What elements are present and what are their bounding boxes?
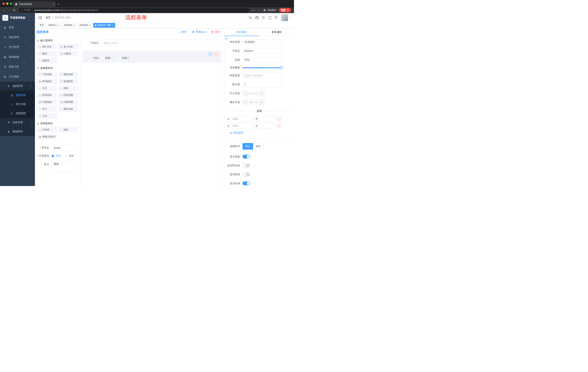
phone-input[interactable] [101,40,221,47]
component-type-select[interactable]: 多选框组∨ [242,39,283,45]
sidebar-item-payment-management[interactable]: ¥支付管理∨ [0,42,35,52]
sidebar-item-home[interactable]: ◉首页 [0,22,35,32]
title-input[interactable] [242,57,283,63]
close-tab-icon[interactable]: × [53,3,54,6]
slider-handle[interactable] [280,66,283,69]
form-grid-slider[interactable] [242,66,283,69]
tab-form-props[interactable]: 表单属性 [259,28,294,36]
tag-process-definition[interactable]: 流程定义× [47,23,61,28]
clear-button[interactable]: 清空 [211,30,220,34]
gender-field-item[interactable]: *性别 选项一 选项二 [83,51,221,63]
sidebar-item-process-management[interactable]: ≣流程管理∧ [0,82,35,91]
option-value-input[interactable] [254,123,275,129]
palette-item[interactable]: ▢行容器 [37,127,57,132]
tab-component-props[interactable]: 组件属性 [224,28,259,36]
option-label-input[interactable] [231,116,253,122]
palette-item[interactable]: ↥上传 [37,113,57,119]
font-size-icon[interactable]: TT [275,16,278,19]
sidebar-item-workflow[interactable]: ▤工作流程∧ [0,72,35,82]
drag-handle-icon[interactable]: ☰ [227,118,230,120]
copy-component-button[interactable] [208,53,212,56]
bookmark-star-icon[interactable]: ☆ [258,9,260,12]
chevron-down-icon[interactable]: ∨ [290,17,291,19]
search-icon[interactable] [249,16,252,19]
palette-item[interactable]: ◷时间选择 [37,93,57,98]
help-icon[interactable]: ? [262,16,265,19]
palette-item[interactable]: ▥日期范围 [58,99,78,105]
style-default-button[interactable]: 默认 [242,143,253,149]
status-on-radio[interactable]: 开启 [52,154,61,158]
zoom-window-button[interactable] [10,2,12,5]
hamburger-icon[interactable] [38,16,42,19]
palette-item[interactable]: ◑颜色选择 [58,106,78,112]
gender-option-2-checkbox[interactable]: 选项二 [118,56,129,60]
increase-button[interactable]: + [259,91,264,96]
palette-item[interactable]: ▭单行文本 [37,44,57,50]
palette-item[interactable]: ▦表格[开发中] [37,134,57,139]
fullscreen-icon[interactable] [268,16,272,19]
browser-menu-icon[interactable]: ⋮ [287,9,289,12]
palette-item[interactable]: ◐开关 [37,85,57,91]
close-icon[interactable]: × [74,24,75,27]
switch-disabled[interactable] [242,172,250,176]
github-icon[interactable] [255,16,259,19]
delete-component-button[interactable] [214,53,218,56]
decrease-button[interactable]: − [243,91,248,96]
option-value-input[interactable] [254,116,275,122]
reload-icon[interactable]: ↻ [12,9,17,12]
back-icon[interactable]: ← [1,9,7,12]
new-tab-button[interactable]: + [56,1,61,7]
app-logo[interactable]: 芋道管理系统 [0,13,35,22]
palette-item[interactable]: ☝按钮 [58,127,78,132]
address-bar[interactable]: ⚠ 不安全 | dashboard.yudao.iocoder.cn/bpm/m… [19,8,249,12]
phone-field-row[interactable]: *手机号 [83,40,221,47]
option-label-input[interactable] [231,123,253,129]
drag-handle-icon[interactable]: ☰ [227,125,230,128]
breadcrumb-home[interactable]: 首页 [45,16,51,19]
close-icon[interactable]: × [112,24,114,27]
max-select-value[interactable]: 最多可选 [248,100,259,105]
browser-tab[interactable]: 芋道管理系统 × [13,1,56,7]
sidebar-item-process-form[interactable]: ▥流程表单 [0,91,35,100]
key-icon[interactable] [252,9,255,12]
sidebar-item-task-management[interactable]: ⚑任务管理∨ [0,118,35,127]
update-button[interactable]: 更新 ⋮ [279,8,291,12]
sidebar-item-leave-query[interactable]: ♟请假查询 [0,127,35,136]
palette-item[interactable]: ⊸滑块 [58,85,78,91]
decrease-button[interactable]: − [243,100,248,105]
palette-item[interactable]: ▤多行文本 [58,44,78,50]
remove-option-button[interactable]: − [277,124,281,128]
field-name-input[interactable] [242,48,283,54]
avatar[interactable] [281,14,288,21]
sidebar-item-process-model[interactable]: ✈流程模型 [0,109,35,118]
palette-item[interactable]: ☑多选框组 [58,79,78,84]
form-remark-textarea[interactable]: 嘿嘿 [52,161,78,172]
remove-option-button[interactable]: − [277,117,281,121]
sidebar-item-infrastructure[interactable]: ▣基础设施∨ [0,52,35,62]
close-icon[interactable]: × [58,24,60,27]
gender-option-1-checkbox[interactable]: 选项一 [101,56,113,60]
tag-process-model[interactable]: 流程模型× [62,23,77,28]
forward-icon[interactable]: → [7,9,12,12]
palette-item[interactable]: ✎编辑器 [37,58,57,63]
link-icon[interactable]: ∞ [225,37,228,40]
palette-item[interactable]: ◴时间范围 [58,93,78,98]
palette-item[interactable]: ☆评分 [37,106,57,112]
increase-button[interactable]: + [259,100,264,105]
palette-item[interactable]: **密码 [37,51,57,56]
switch-border[interactable] [242,164,250,167]
label-width-input[interactable] [242,73,283,78]
palette-item[interactable]: ⋔级联选择 [58,72,78,77]
palette-item[interactable]: ◉单选框组 [37,79,57,84]
sidebar-item-user-group[interactable]: ☺用户分组 [0,100,35,109]
status-off-radio[interactable]: 关闭 [65,154,74,158]
add-option-button[interactable]: ⊕ 添加选项 [230,131,294,135]
palette-item[interactable]: 123计数器 [58,51,78,56]
palette-item[interactable]: ⊚下拉选择 [37,72,57,77]
tag-process-form-edit[interactable]: 流程表单-编辑× [93,23,115,28]
palette-item[interactable]: ▦日期选择 [37,99,57,105]
tag-process-form[interactable]: 流程表单× [78,23,92,28]
tag-home[interactable]: 首页 [38,23,45,28]
close-icon[interactable]: × [89,24,91,27]
save-button[interactable]: ✓保存 [178,30,187,34]
